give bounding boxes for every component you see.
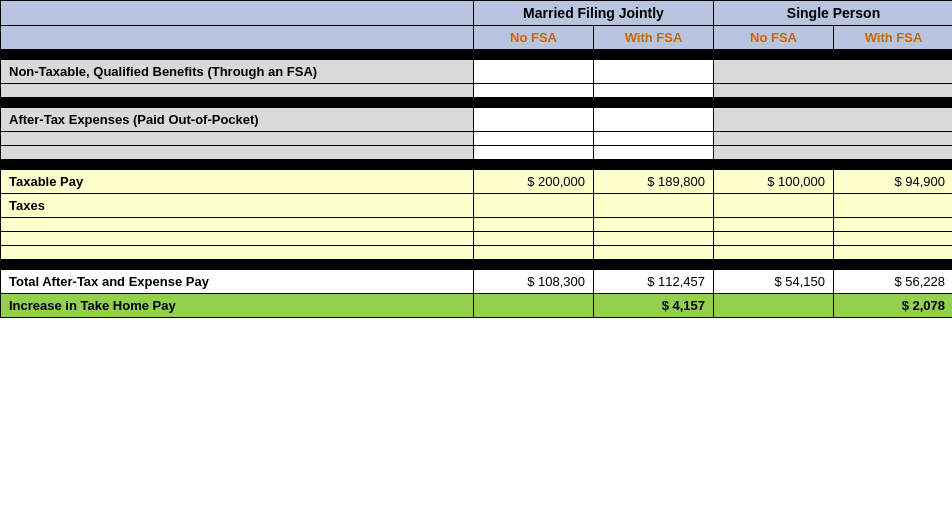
header-sub-row: No FSA With FSA No FSA With FSA <box>1 26 953 50</box>
header-top-row: Married Filing Jointly Single Person <box>1 1 953 26</box>
taxable-sp-nofsa: $ 100,000 <box>714 170 834 194</box>
header-sp-wfsa: With FSA <box>834 26 952 50</box>
after-tax-label: After-Tax Expenses (Paid Out-of-Pocket) <box>1 108 474 132</box>
after-tax-mfj-nofsa <box>474 108 594 132</box>
header-empty-col <box>1 1 474 26</box>
taxable-sp-wfsa: $ 94,900 <box>834 170 952 194</box>
after-tax-mfj-wfsa <box>594 108 714 132</box>
increase-sp-wfsa: $ 2,078 <box>834 294 952 318</box>
non-taxable-sp <box>714 60 952 84</box>
increase-mfj-wfsa: $ 4,157 <box>594 294 714 318</box>
yellow-empty-2 <box>1 232 953 246</box>
empty-row-3 <box>1 146 953 160</box>
increase-mfj-nofsa <box>474 294 594 318</box>
section-divider-2 <box>1 98 953 108</box>
increase-sp-nofsa <box>714 294 834 318</box>
yellow-empty-3 <box>1 246 953 260</box>
taxes-sp-wfsa <box>834 194 952 218</box>
non-taxable-row: Non-Taxable, Qualified Benefits (Through… <box>1 60 953 84</box>
taxable-mfj-nofsa: $ 200,000 <box>474 170 594 194</box>
total-mfj-wfsa: $ 112,457 <box>594 270 714 294</box>
header-mfj-nofsa: No FSA <box>474 26 594 50</box>
non-taxable-mfj-nofsa <box>474 60 594 84</box>
taxes-row: Taxes <box>1 194 953 218</box>
total-sp-wfsa: $ 56,228 <box>834 270 952 294</box>
non-taxable-label: Non-Taxable, Qualified Benefits (Through… <box>1 60 474 84</box>
taxable-pay-label: Taxable Pay <box>1 170 474 194</box>
header-sp-nofsa: No FSA <box>714 26 834 50</box>
section-divider-4 <box>1 260 953 270</box>
non-taxable-mfj-wfsa <box>594 60 714 84</box>
header-mfj-wfsa: With FSA <box>594 26 714 50</box>
header-single-person: Single Person <box>714 1 952 26</box>
increase-label: Increase in Take Home Pay <box>1 294 474 318</box>
section-divider-3 <box>1 160 953 170</box>
after-tax-row: After-Tax Expenses (Paid Out-of-Pocket) <box>1 108 953 132</box>
taxable-pay-row: Taxable Pay $ 200,000 $ 189,800 $ 100,00… <box>1 170 953 194</box>
taxes-mfj-wfsa <box>594 194 714 218</box>
total-label: Total After-Tax and Expense Pay <box>1 270 474 294</box>
empty-row-2 <box>1 132 953 146</box>
total-row: Total After-Tax and Expense Pay $ 108,30… <box>1 270 953 294</box>
total-mfj-nofsa: $ 108,300 <box>474 270 594 294</box>
header-married-filing-jointly: Married Filing Jointly <box>474 1 714 26</box>
after-tax-sp <box>714 108 952 132</box>
yellow-empty-1 <box>1 218 953 232</box>
header-sub-empty <box>1 26 474 50</box>
taxes-label: Taxes <box>1 194 474 218</box>
total-sp-nofsa: $ 54,150 <box>714 270 834 294</box>
taxable-mfj-wfsa: $ 189,800 <box>594 170 714 194</box>
taxes-sp-nofsa <box>714 194 834 218</box>
empty-row-1 <box>1 84 953 98</box>
increase-row: Increase in Take Home Pay $ 4,157 $ 2,07… <box>1 294 953 318</box>
taxes-mfj-nofsa <box>474 194 594 218</box>
section-divider-1 <box>1 50 953 60</box>
